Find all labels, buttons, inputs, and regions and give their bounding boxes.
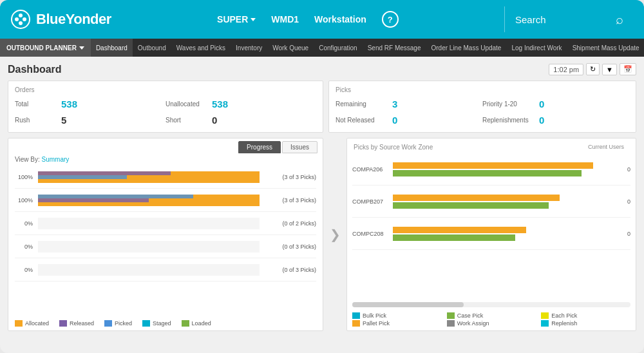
picks-card: Picks Remaining 3 Priority 1-20 0 Not Re…	[328, 81, 636, 133]
legend-picked-color	[104, 320, 112, 327]
legend-released: Released	[59, 320, 94, 327]
legend-picked: Picked	[104, 320, 132, 327]
legend-allocated-color	[15, 320, 23, 327]
orders-short-row: Short 0	[166, 113, 316, 127]
nav-item-inventory[interactable]: Inventory	[231, 39, 267, 57]
legend-bulk-pick-color	[352, 312, 360, 319]
picks-priority-row: Priority 1-20 0	[482, 97, 629, 111]
legend-allocated: Allocated	[15, 320, 49, 327]
picks-remaining-label: Remaining	[336, 100, 387, 108]
nav-item-dashboard[interactable]: Dashboard	[91, 39, 133, 57]
zones-legend: Bulk Pick Case Pick Each Pick Pallet Pic…	[347, 310, 636, 330]
legend-pallet-pick: Pallet Pick	[352, 320, 442, 327]
zone-item-compa206: COMPA206 0	[352, 153, 630, 186]
view-by-value[interactable]: Summary	[42, 156, 70, 163]
progress-pct-2: 100%	[15, 197, 33, 204]
progress-legend: Allocated Released Picked Staged Loaded	[8, 316, 323, 330]
orders-unallocated-row: Unallocated 538	[166, 97, 316, 111]
zone-bars-compa206	[393, 162, 615, 176]
zone-users-compa206: 0	[620, 166, 630, 173]
tab-issues[interactable]: Issues	[282, 141, 317, 153]
svg-point-4	[19, 21, 23, 25]
view-by-label: View By:	[15, 156, 40, 163]
nav-item-configuration[interactable]: Configuration	[314, 39, 362, 57]
picks-replenishments-row: Replenishments 0	[482, 113, 629, 127]
picks-priority-label: Priority 1-20	[482, 100, 534, 108]
orders-card: Orders Total 538 Unallocated 538 Rush 5 …	[8, 81, 323, 133]
zones-scrollbar-thumb[interactable]	[352, 302, 464, 307]
picks-replenishments-value: 0	[539, 115, 544, 126]
nav-item-waves-picks[interactable]: Waves and Picks	[171, 39, 231, 57]
toolbar-dropdown-button[interactable]: ▼	[602, 64, 617, 75]
progress-bar-item-1: 100% (3 of 3 Picks)	[15, 166, 316, 189]
zone-users-compb207: 0	[620, 198, 630, 205]
progress-bar-item-4: 0% (0 of 3 Picks)	[15, 235, 316, 258]
calendar-button[interactable]: 📅	[620, 63, 636, 75]
tab-progress[interactable]: Progress	[238, 141, 281, 153]
zone-bars-compb207	[393, 195, 615, 209]
svg-point-0	[12, 10, 30, 28]
progress-bar-item-5: 0% (0 of 3 Picks)	[15, 258, 316, 281]
zone-bar-green-compc208	[393, 234, 515, 241]
progress-pct-3: 0%	[15, 220, 33, 227]
zone-item-compb207: COMPB207 0	[352, 186, 630, 218]
view-by-row: View By: Summary	[8, 153, 323, 166]
zone-bar-orange-compa206	[393, 162, 593, 169]
help-button[interactable]: ?	[382, 11, 399, 28]
progress-bar-3	[38, 218, 260, 229]
orders-rush-label: Rush	[15, 117, 53, 124]
page-toolbar: 1:02 pm ↻ ▼ 📅	[549, 63, 636, 75]
progress-bar-item-2: 100% (3 of 3 Picks)	[15, 189, 316, 212]
legend-each-pick-color	[541, 312, 549, 319]
picks-not-released-label: Not Released	[336, 117, 387, 124]
search-area: Search ⌕	[505, 12, 634, 27]
tab-row: Progress Issues	[8, 138, 323, 153]
nav-item-send-rf[interactable]: Send RF Message	[363, 39, 426, 57]
legend-replenish: Replenish	[541, 320, 630, 327]
super-menu[interactable]: SUPER	[217, 14, 256, 24]
nav-item-outbound[interactable]: Outbound	[133, 39, 171, 57]
header: BlueYonder SUPER WMD1 Workstation ? Sear…	[0, 0, 644, 39]
search-icon[interactable]: ⌕	[616, 12, 623, 27]
navbar: OUTBOUND PLANNER Dashboard Outbound Wave…	[0, 39, 644, 57]
zone-bar-green-compb207	[393, 202, 549, 209]
progress-label-4: (0 of 3 Picks)	[265, 243, 316, 250]
nav-item-shipment-mass[interactable]: Shipment Mass Update	[567, 39, 644, 57]
zone-bar-green-compa206	[393, 170, 582, 176]
zones-col-header: Current Users	[588, 144, 629, 150]
progress-label-1: (3 of 3 Picks)	[265, 174, 316, 180]
nav-item-work-queue[interactable]: Work Queue	[267, 39, 314, 57]
svg-point-1	[15, 17, 19, 21]
logo-icon	[10, 9, 31, 30]
progress-bar-4	[38, 241, 260, 253]
page-title-row: Dashboard 1:02 pm ↻ ▼ 📅	[8, 63, 636, 75]
nav-module-chevron-icon	[79, 46, 84, 50]
refresh-button[interactable]: ↻	[586, 63, 600, 75]
wmd1-label: WMD1	[271, 14, 299, 24]
orders-rush-row: Rush 5	[15, 113, 166, 127]
zones-scrollbar[interactable]	[352, 302, 630, 307]
nav-item-order-line[interactable]: Order Line Mass Update	[426, 39, 506, 57]
zone-bars-compc208	[393, 227, 615, 241]
zone-name-compb207: COMPB207	[352, 198, 388, 205]
nav-item-log-indirect[interactable]: Log Indirect Work	[506, 39, 567, 57]
orders-short-value: 0	[212, 115, 217, 126]
legend-staged-color	[142, 320, 150, 327]
orders-unallocated-label: Unallocated	[166, 100, 204, 108]
nav-module-outbound-planner[interactable]: OUTBOUND PLANNER	[0, 39, 91, 57]
top-cards-row: Orders Total 538 Unallocated 538 Rush 5 …	[8, 81, 636, 133]
progress-card: Progress Issues View By: Summary 100% (3…	[8, 138, 323, 331]
toolbar-time: 1:02 pm	[549, 64, 583, 75]
legend-case-pick-color	[447, 312, 455, 319]
picks-replenishments-label: Replenishments	[482, 117, 534, 124]
zone-bar-orange-compb207	[393, 195, 560, 201]
legend-loaded: Loaded	[182, 320, 211, 327]
zone-users-compc208: 0	[620, 231, 630, 237]
progress-bars-container: 100% (3 of 3 Picks) 100%	[8, 166, 323, 316]
picks-grid: Remaining 3 Priority 1-20 0 Not Released…	[336, 97, 629, 127]
legend-replenish-color	[541, 320, 549, 327]
logo-area: BlueYonder	[10, 9, 111, 30]
legend-work-assign: Work Assign	[447, 320, 536, 327]
super-chevron-icon	[251, 18, 256, 21]
zones-header: Picks by Source Work Zone Current Users	[347, 138, 636, 153]
